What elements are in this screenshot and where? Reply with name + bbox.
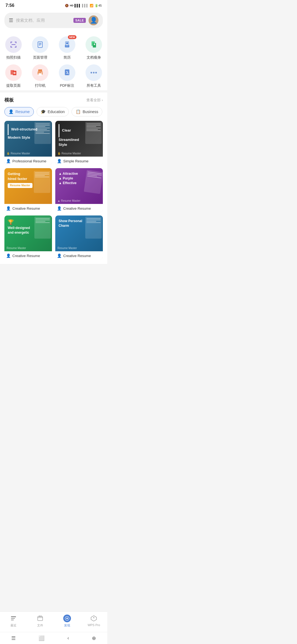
search-placeholder: 搜索文档、应用 [16, 18, 71, 23]
preview-text-3: Gettinghired faster Resume Master [4, 168, 52, 191]
slim-icon-wrap [86, 36, 102, 53]
tab-business-icon: 📋 [76, 109, 81, 114]
status-time: 7:56 [6, 3, 14, 8]
tab-resume-label: Resume [15, 110, 30, 114]
template-preview-5: 🏆 Well-designedand energetic Resume Mast… [4, 215, 52, 251]
svg-rect-12 [39, 45, 41, 45]
template-name-2: Simple Resume [63, 159, 89, 163]
template-user-icon-1: 👤 [6, 159, 11, 163]
tool-slim-label: 文档瘦身 [87, 55, 101, 60]
tool-print-label: 打印机 [35, 83, 46, 88]
preview-doc-5 [34, 217, 51, 239]
print-icon-wrap [32, 64, 48, 81]
template-name-4: Creative Resume [63, 206, 91, 211]
template-name-3: Creative Resume [12, 206, 40, 211]
template-name-row-1: 👤 Professional Resume [4, 157, 52, 165]
tab-education[interactable]: 🎓 Education [37, 107, 69, 116]
tool-resume-label: 简历 [64, 55, 71, 60]
mute-icon: 🔕 [65, 4, 69, 7]
watermark-4: ▲ Resume Master [57, 199, 80, 202]
svg-rect-24 [38, 73, 42, 75]
status-bar: 7:56 🔕 HD ▌▌▌ ▌▌▌ 📶 🔋45 [0, 0, 107, 10]
preview-doc-6 [85, 217, 102, 239]
tool-page[interactable]: 页面管理 [27, 36, 54, 60]
template-user-icon-2: 👤 [57, 159, 62, 163]
svg-rect-1 [10, 42, 11, 43]
section-header: 模板 查看全部 › [4, 97, 103, 103]
template-card-2[interactable]: ClearStreamlinedStyle ✋ Resume Master [55, 121, 103, 165]
alltools-icon-wrap: ••• [86, 64, 102, 81]
tool-resume[interactable]: NEW 简历 [54, 36, 81, 60]
svg-rect-11 [39, 44, 42, 45]
tool-alltools[interactable]: ••• 所有工具 [81, 64, 108, 88]
tool-print[interactable]: 打印机 [27, 64, 54, 88]
template-preview-4: ▲ Attractive▲ Purple▲ Effective ▲ Resume… [55, 168, 103, 204]
wifi-icon: 📶 [90, 4, 94, 7]
section-title: 模板 [4, 97, 14, 103]
preview-doc-4 [84, 170, 103, 194]
template-preview-6: Show PersonalCharm Resume Master [55, 215, 103, 251]
template-user-icon-6: 👤 [57, 253, 62, 258]
watermark-2: ✋ Resume Master [57, 152, 81, 155]
tab-education-icon: 🎓 [41, 109, 46, 114]
template-user-icon-3: 👤 [6, 206, 11, 211]
tab-business[interactable]: 📋 Business [72, 107, 102, 116]
new-badge: NEW [68, 35, 76, 39]
watermark-1: ✋ Resume Master [7, 152, 30, 155]
signal2-icon: ▌▌▌ [82, 4, 88, 7]
avatar[interactable]: 👤 [89, 15, 98, 25]
battery-icon: 🔋45 [95, 4, 102, 7]
search-inner[interactable]: ☰ 搜索文档、应用 SALE 👤 [4, 13, 103, 28]
template-preview-1: Well-structuredModern Style [4, 121, 52, 157]
svg-point-25 [42, 72, 42, 73]
tool-extract-label: 提取页面 [6, 83, 21, 88]
scan-icon-wrap [5, 36, 22, 53]
tool-alltools-label: 所有工具 [87, 83, 101, 88]
tool-pdf[interactable]: PDF标注 [54, 64, 81, 88]
pdf-icon-wrap [59, 64, 75, 81]
preview-text-4: ▲ Attractive▲ Purple▲ Effective [55, 168, 81, 189]
hamburger-icon[interactable]: ☰ [9, 17, 13, 23]
template-card-6[interactable]: Show PersonalCharm Resume Master 👤 [55, 215, 103, 260]
template-name-row-2: 👤 Simple Resume [55, 157, 103, 165]
template-card-5[interactable]: 🏆 Well-designedand energetic Resume Mast… [4, 215, 52, 260]
svg-rect-26 [65, 69, 69, 75]
page-icon-wrap [32, 36, 48, 53]
template-name-1: Professional Resume [12, 159, 46, 163]
template-card-3[interactable]: Gettinghired faster Resume Master 👤 [4, 168, 52, 212]
svg-rect-5 [10, 46, 11, 48]
extract-icon-wrap [5, 64, 22, 81]
tab-resume[interactable]: 👤 Resume [4, 107, 34, 116]
preview-text-2: ClearStreamlinedStyle [55, 121, 82, 151]
tab-resume-icon: 👤 [9, 109, 14, 114]
template-user-icon-5: 👤 [6, 253, 11, 258]
signal-icon: ▌▌▌ [75, 4, 81, 7]
sale-badge[interactable]: SALE [73, 18, 86, 23]
template-name-row-5: 👤 Creative Resume [4, 251, 52, 260]
tools-grid: 拍照扫描 页面管理 NEW [0, 36, 107, 88]
template-name-row-6: 👤 Creative Resume [55, 251, 103, 260]
svg-rect-7 [16, 46, 16, 48]
tool-page-label: 页面管理 [33, 55, 47, 60]
status-icons: 🔕 HD ▌▌▌ ▌▌▌ 📶 🔋45 [65, 4, 102, 7]
tool-scan-label: 拍照扫描 [6, 55, 21, 60]
tool-extract[interactable]: 提取页面 [0, 64, 27, 88]
template-preview-3: Gettinghired faster Resume Master [4, 168, 52, 204]
templates-section: 模板 查看全部 › 👤 Resume 🎓 Education 📋 Busines… [0, 92, 107, 264]
resume-icon-wrap: NEW [59, 36, 75, 53]
template-card-1[interactable]: Well-structuredModern Style [4, 121, 52, 165]
template-user-icon-4: 👤 [57, 206, 62, 211]
search-bar: ☰ 搜索文档、应用 SALE 👤 [0, 10, 107, 32]
tab-business-label: Business [82, 110, 98, 114]
preview-text-6: Show PersonalCharm [55, 215, 86, 231]
template-grid: Well-structuredModern Style [4, 121, 103, 260]
see-all-button[interactable]: 查看全部 › [86, 98, 103, 103]
preview-doc-2 [85, 122, 102, 144]
template-name-row-4: 👤 Creative Resume [55, 204, 103, 212]
tool-slim[interactable]: 文档瘦身 [81, 36, 108, 60]
tool-scan[interactable]: 拍照扫描 [0, 36, 27, 60]
watermark-6: Resume Master [57, 247, 77, 250]
watermark-5: Resume Master [7, 247, 26, 250]
svg-rect-8 [12, 44, 15, 45]
template-card-4[interactable]: ▲ Attractive▲ Purple▲ Effective ▲ Resume… [55, 168, 103, 212]
